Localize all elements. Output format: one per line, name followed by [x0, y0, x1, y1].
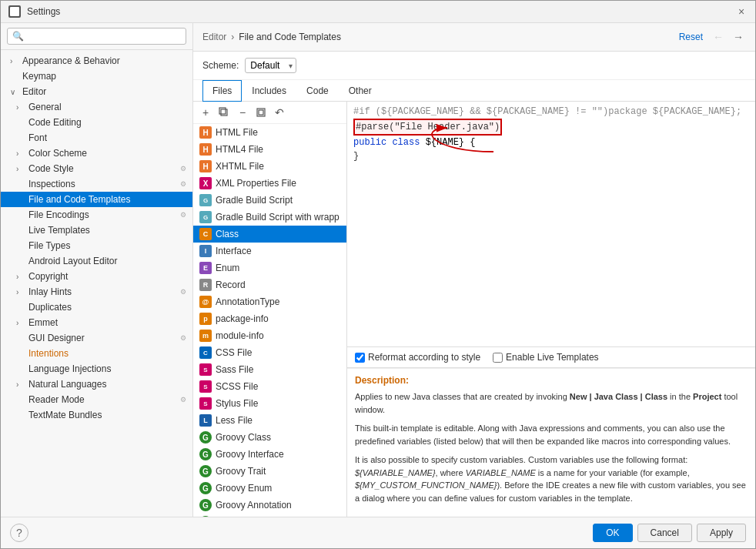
file-item-label: HTML File: [216, 127, 258, 138]
sidebar-item-natural-languages[interactable]: › Natural Languages: [1, 377, 192, 392]
sidebar-item-reader-mode[interactable]: Reader Mode ⚙: [1, 392, 192, 407]
sidebar: › Appearance & Behavior Keymap ∨ Editor …: [1, 23, 193, 517]
cancel-button[interactable]: Cancel: [637, 524, 692, 542]
reset-file-button[interactable]: ↶: [272, 105, 287, 120]
ok-button[interactable]: OK: [593, 524, 632, 542]
desc-para2: This built-in template is editable. Alon…: [355, 422, 748, 447]
file-item-class[interactable]: C Class: [193, 226, 346, 243]
live-templates-checkbox-label[interactable]: Enable Live Templates: [493, 352, 599, 363]
code-line-1: #if (${PACKAGE_NAME} && ${PACKAGE_NAME} …: [353, 105, 749, 119]
file-item-html4[interactable]: H HTML4 File: [193, 141, 346, 158]
file-item-groovy-enum[interactable]: G Groovy Enum: [193, 480, 346, 497]
code-line-4: }: [353, 149, 749, 163]
sidebar-item-emmet[interactable]: › Emmet: [1, 315, 192, 330]
file-item-label: Groovy Annotation: [216, 500, 292, 511]
file-item-record[interactable]: R Record: [193, 276, 346, 293]
file-item-label: Sass File: [216, 364, 253, 375]
reformat-checkbox[interactable]: [355, 353, 365, 363]
highlight-box: #parse("File Header.java"): [353, 119, 502, 136]
file-item-html[interactable]: H HTML File: [193, 124, 346, 141]
sidebar-item-label: Language Injections: [28, 363, 186, 374]
sidebar-item-language-injections[interactable]: Language Injections: [1, 361, 192, 377]
file-item-package-info[interactable]: p package-info: [193, 310, 346, 327]
sidebar-item-general[interactable]: › General: [1, 99, 192, 115]
file-item-enum[interactable]: E Enum: [193, 259, 346, 276]
copy-button[interactable]: [216, 105, 232, 120]
add-button[interactable]: +: [198, 105, 213, 120]
file-item-less[interactable]: L Less File: [193, 412, 346, 429]
file-item-groovy-class[interactable]: G Groovy Class: [193, 429, 346, 446]
tab-includes[interactable]: Includes: [242, 80, 296, 102]
reset-button[interactable]: Reset: [676, 30, 706, 44]
file-item-sass[interactable]: S Sass File: [193, 361, 346, 378]
live-templates-checkbox[interactable]: [493, 353, 503, 363]
sidebar-item-font[interactable]: Font: [1, 130, 192, 146]
sidebar-item-live-templates[interactable]: Live Templates: [1, 223, 192, 238]
sidebar-item-label: General: [28, 102, 186, 112]
file-item-css[interactable]: C CSS File: [193, 344, 346, 361]
desc-para1: Applies to new Java classes that are cre…: [355, 390, 748, 416]
tab-code[interactable]: Code: [296, 80, 339, 102]
file-item-groovy-trait[interactable]: G Groovy Trait: [193, 463, 346, 480]
file-item-label: XML Properties File: [216, 178, 296, 189]
sidebar-item-duplicates[interactable]: Duplicates: [1, 300, 192, 315]
file-item-module-info[interactable]: m module-info: [193, 327, 346, 344]
sidebar-item-textmate-bundles[interactable]: TextMate Bundles: [1, 407, 192, 423]
tab-other[interactable]: Other: [339, 80, 382, 102]
arrow-icon: ›: [16, 380, 25, 389]
sidebar-item-intentions[interactable]: Intentions: [1, 346, 192, 361]
file-item-label: Gradle Build Script with wrapp: [216, 212, 340, 223]
code-line-2: #parse("File Header.java"): [353, 119, 749, 136]
sidebar-item-file-code-templates[interactable]: File and Code Templates: [1, 192, 192, 207]
reformat-checkbox-label[interactable]: Reformat according to style: [355, 352, 480, 363]
sidebar-item-file-types[interactable]: File Types: [1, 238, 192, 253]
file-item-interface[interactable]: I Interface: [193, 243, 346, 259]
file-item-xml-props[interactable]: X XML Properties File: [193, 175, 346, 192]
annotation-icon: @: [199, 296, 212, 308]
file-list-toolbar: + − ↶: [193, 102, 346, 124]
sidebar-item-android-layout-editor[interactable]: Android Layout Editor: [1, 253, 192, 269]
sidebar-item-file-encodings[interactable]: File Encodings ⚙: [1, 207, 192, 223]
sidebar-item-label: Keymap: [22, 71, 186, 82]
file-item-stylus[interactable]: S Stylus File: [193, 395, 346, 412]
search-input[interactable]: [7, 28, 186, 45]
sidebar-item-copyright[interactable]: › Copyright: [1, 269, 192, 284]
xml-icon: X: [199, 177, 212, 189]
code-editor[interactable]: #if (${PACKAGE_NAME} && ${PACKAGE_NAME} …: [347, 102, 755, 347]
sidebar-item-inspections[interactable]: Inspections ⚙: [1, 176, 192, 192]
file-item-gradle[interactable]: G Gradle Build Script: [193, 192, 346, 209]
tab-files[interactable]: Files: [202, 80, 242, 102]
sidebar-item-gui-designer[interactable]: GUI Designer ⚙: [1, 330, 192, 346]
gradle-icon: G: [199, 194, 212, 206]
restore-button[interactable]: [253, 105, 269, 120]
sidebar-item-label: Reader Mode: [28, 394, 177, 405]
scheme-select[interactable]: Default Project: [245, 58, 296, 73]
file-item-scss[interactable]: S SCSS File: [193, 378, 346, 395]
sidebar-item-appearance[interactable]: › Appearance & Behavior: [1, 53, 192, 69]
help-button[interactable]: ?: [10, 524, 28, 542]
main-header: Editor › File and Code Templates Reset ←…: [193, 23, 755, 52]
main-content: › Appearance & Behavior Keymap ∨ Editor …: [1, 23, 755, 517]
arrow-icon: ∨: [10, 88, 19, 96]
description-panel: Description: Applies to new Java classes…: [347, 368, 755, 517]
file-item-xhtml[interactable]: H XHTML File: [193, 158, 346, 175]
sidebar-item-code-style[interactable]: › Code Style ⚙: [1, 161, 192, 176]
sidebar-item-keymap[interactable]: Keymap: [1, 69, 192, 84]
apply-button[interactable]: Apply: [697, 524, 746, 542]
remove-button[interactable]: −: [235, 105, 250, 120]
tabs-row: Files Includes Code Other: [193, 80, 755, 102]
sidebar-item-editor[interactable]: ∨ Editor: [1, 84, 192, 99]
forward-button[interactable]: →: [731, 29, 746, 45]
sidebar-item-color-scheme[interactable]: › Color Scheme: [1, 146, 192, 161]
sidebar-item-inlay-hints[interactable]: › Inlay Hints ⚙: [1, 284, 192, 300]
file-item-gradle-wrapper[interactable]: G Gradle Build Script with wrapp: [193, 209, 346, 226]
settings-badge: ⚙: [180, 165, 186, 172]
file-item-annotation-type[interactable]: @ AnnotationType: [193, 293, 346, 310]
sidebar-item-code-editing[interactable]: Code Editing: [1, 115, 192, 130]
editor-panel: #if (${PACKAGE_NAME} && ${PACKAGE_NAME} …: [347, 102, 755, 517]
file-item-groovy-annotation[interactable]: G Groovy Annotation: [193, 497, 346, 514]
back-button[interactable]: ←: [711, 29, 726, 45]
close-button[interactable]: ×: [735, 5, 748, 18]
file-item-groovy-interface[interactable]: G Groovy Interface: [193, 446, 346, 463]
file-item-label: Groovy Trait: [216, 466, 266, 477]
